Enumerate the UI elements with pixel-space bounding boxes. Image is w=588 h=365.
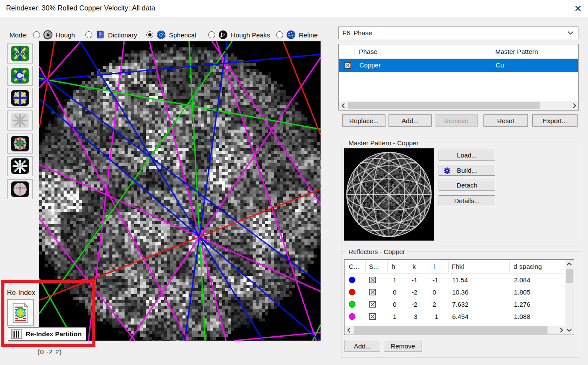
add-phase-button[interactable]: Add...: [389, 114, 432, 127]
l-column-header: l: [433, 263, 435, 270]
reflectors-vscroll-thumb[interactable]: [566, 269, 573, 283]
phase-list-hscroll-thumb[interactable]: [348, 102, 540, 109]
refine-label: Refine: [299, 31, 318, 39]
reflector-row[interactable]: 0 -2 2 7.632 1.276: [345, 298, 565, 311]
export-button[interactable]: Export...: [532, 114, 578, 127]
scroll-up-icon[interactable]: [565, 260, 573, 268]
hough-peaks-icon: [218, 30, 228, 40]
reflectors-hscroll-thumb[interactable]: [354, 326, 547, 334]
refine-radio[interactable]: [276, 31, 283, 38]
details-button[interactable]: Details...: [439, 195, 495, 206]
color-column-header: C...: [349, 263, 359, 270]
close-icon[interactable]: ✕: [571, 2, 585, 16]
l-cell: 2: [433, 301, 436, 308]
rerun-icon: [10, 67, 30, 84]
hough-peaks-label: Hough Peaks: [231, 31, 270, 39]
d-spacing-column-header: d-spacing: [514, 263, 542, 270]
zone-axis-label: (0 -2 2): [37, 348, 62, 355]
k-cell: -3: [412, 313, 417, 320]
scroll-right-icon[interactable]: [558, 326, 565, 334]
hough-label: Hough: [56, 31, 75, 39]
d-spacing-cell: 1.805: [514, 288, 531, 296]
spherical-globe-icon: [156, 30, 166, 40]
reflector-row[interactable]: 1 -1 -1 11.54 2.084: [345, 274, 565, 286]
fhkl-cell: 6.454: [452, 313, 469, 320]
reflectors-table-header: C... S... h k l Fhkl d-spacing: [345, 260, 574, 274]
band-query-icon: ?: [10, 158, 30, 174]
scroll-down-icon[interactable]: [565, 326, 573, 334]
dictionary-book-icon: [95, 30, 105, 40]
circle-mask-icon: [10, 181, 30, 198]
mode-option-hough[interactable]: Hough: [33, 29, 75, 41]
hough-radio[interactable]: [33, 31, 40, 38]
band-color-swatch: [349, 277, 355, 283]
band-query-button[interactable]: ?: [7, 156, 33, 176]
reflectors-group-title: Reflectors - Copper: [346, 248, 407, 255]
detach-button[interactable]: Detach: [439, 180, 495, 191]
phase-selector-dropdown[interactable]: F6 Phase: [338, 27, 578, 39]
phase-row-copper[interactable]: Copper Cu: [339, 59, 578, 72]
band-overlay-button[interactable]: [7, 88, 33, 108]
reindex-label: Re-Index: [7, 289, 35, 297]
h-column-header: h: [392, 263, 395, 270]
master-pattern-column-header: Master Pattern: [495, 48, 538, 55]
reflector-row[interactable]: 0 -2 0 10.36 1.805: [345, 286, 565, 298]
build-button[interactable]: Build...: [439, 165, 495, 176]
reflector-checkbox[interactable]: [369, 313, 376, 320]
replace-button[interactable]: Replace...: [342, 114, 385, 127]
hough-display-button[interactable]: H: [7, 134, 33, 154]
build-button-label: Build...: [457, 167, 477, 174]
k-cell: -2: [412, 301, 417, 308]
remove-phase-button: Remove: [435, 114, 478, 127]
remove-reflector-button[interactable]: Remove: [384, 340, 422, 352]
k-column-header: k: [412, 263, 416, 270]
scroll-left-icon[interactable]: [345, 326, 352, 334]
master-pattern-image: [344, 148, 434, 241]
phase-checkbox[interactable]: [345, 62, 351, 69]
h-cell: 1: [393, 276, 396, 284]
band-star-disabled-icon: [10, 112, 30, 129]
rerun-button[interactable]: [7, 66, 33, 86]
k-cell: -2: [412, 288, 417, 296]
reflector-row[interactable]: 1 -3 -1 6.454 1.088: [345, 311, 565, 323]
d-spacing-cell: 1.276: [514, 301, 531, 308]
mode-option-hough-peaks[interactable]: Hough Peaks: [208, 29, 270, 41]
dictionary-radio[interactable]: [85, 31, 92, 38]
master-pattern-group-title: Master Pattern - Copper: [346, 139, 421, 147]
reflectors-hscrollbar[interactable]: [345, 326, 565, 334]
scroll-left-icon[interactable]: [339, 101, 347, 110]
reflectors-table: C... S... h k l Fhkl d-spacing 1 -1 -1 1…: [344, 259, 574, 335]
reflector-checkbox[interactable]: [369, 289, 376, 295]
reindex-button[interactable]: [7, 299, 34, 326]
phase-list-header: Phase Master Pattern: [339, 44, 578, 59]
mode-bar-label: Mode:: [10, 31, 28, 39]
mode-option-dictionary[interactable]: Dictionary: [85, 29, 137, 41]
go-button[interactable]: GO: [7, 44, 33, 64]
add-reflector-button[interactable]: Add...: [345, 340, 380, 352]
reflectors-vscrollbar[interactable]: [565, 260, 573, 334]
ebsd-pattern-view[interactable]: [39, 41, 321, 341]
reindex-tooltip: Re-Index Partition: [8, 327, 86, 341]
reindex-document-icon: [10, 302, 30, 324]
l-cell: -1: [433, 313, 438, 320]
phase-list-hscrollbar[interactable]: [339, 101, 578, 110]
h-cell: 0: [393, 301, 396, 308]
phase-selector-label: F6 Phase: [339, 29, 372, 37]
load-button[interactable]: Load...: [439, 150, 495, 161]
hough-sphere-icon: [43, 30, 53, 40]
select-column-header: S...: [369, 263, 379, 270]
mode-option-refine[interactable]: Refine: [276, 29, 318, 41]
k-cell: -1: [412, 276, 417, 284]
circle-mask-button[interactable]: [7, 179, 33, 199]
spherical-radio[interactable]: [146, 31, 153, 38]
reflector-checkbox[interactable]: [369, 277, 376, 283]
reflector-checkbox[interactable]: [369, 301, 376, 308]
chevron-down-icon: [568, 31, 574, 35]
fhkl-cell: 10.36: [452, 288, 469, 296]
reset-button[interactable]: Reset: [483, 114, 528, 127]
hough-peaks-radio[interactable]: [208, 31, 215, 38]
d-spacing-cell: 1.088: [514, 313, 531, 320]
scroll-right-icon[interactable]: [571, 101, 578, 110]
mode-option-spherical[interactable]: Spherical: [146, 29, 196, 41]
go-icon: GO: [10, 45, 30, 62]
